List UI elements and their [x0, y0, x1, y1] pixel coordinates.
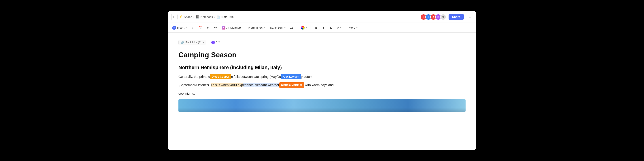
- space-icon: ⚡: [179, 15, 182, 18]
- highlight-color-button[interactable]: A ▾: [336, 25, 343, 30]
- body-paragraph-2: (September/October). This is when you'll…: [178, 82, 466, 88]
- body-text-part2: n falls between late spring (May/Ju: [231, 75, 281, 78]
- more-button[interactable]: More ▾: [347, 25, 359, 30]
- breadcrumb: ⚡ Space › 📓 Notebook › 📄 Note Title: [171, 14, 234, 20]
- image-strip: [178, 99, 466, 112]
- meta-bar: 🔗 Backlinks (1) ▾ ✓ 0/2: [178, 40, 466, 45]
- editor-window: ⚡ Space › 📓 Notebook › 📄 Note Title C D …: [168, 11, 476, 150]
- text-style-label: Normal text: [248, 26, 263, 29]
- cursor-diego: Diego Cooper: [210, 74, 231, 80]
- font-size-label: 16: [290, 26, 293, 29]
- checklist-pill[interactable]: ✓ 0/2: [209, 40, 222, 45]
- breadcrumb-sep-1: ›: [194, 16, 194, 18]
- more-options-button[interactable]: ⋯: [466, 14, 473, 20]
- content-area[interactable]: 🔗 Backlinks (1) ▾ ✓ 0/2 Camping Season N…: [168, 33, 476, 150]
- bold-button[interactable]: B: [312, 24, 319, 31]
- font-size-selector[interactable]: 16: [288, 25, 295, 30]
- insert-label: Insert: [177, 26, 184, 29]
- svg-rect-1: [174, 16, 176, 16]
- body-paragraph-1: Generally, the prime cDiego Coopern fall…: [178, 74, 466, 80]
- font-selector[interactable]: Sans Serif ▾: [268, 25, 287, 30]
- body-paragraph-3: cool nights.: [178, 91, 466, 96]
- body-highlight-yellow: This is when you'll exp: [211, 83, 243, 87]
- body-text-part3: y autumn: [301, 75, 314, 78]
- breadcrumb-sep-2: ›: [214, 16, 215, 18]
- color-picker-button[interactable]: ▾: [299, 24, 309, 31]
- body-highlight-blue: erience pleasant weather: [243, 83, 279, 87]
- text-style-chevron: ▾: [264, 26, 266, 29]
- backlinks-icon: 🔗: [181, 41, 184, 44]
- backlinks-label: Backlinks (1): [185, 41, 202, 44]
- more-chevron: ▾: [356, 26, 358, 29]
- checklist-label: 0/2: [216, 41, 220, 44]
- underline-button[interactable]: U: [328, 24, 334, 31]
- top-bar-right: C D A B +9 Share ⋯: [420, 14, 473, 20]
- cursor-claudia: Claudia Martinez: [279, 82, 304, 88]
- body-text-part1: Generally, the prime c: [178, 75, 210, 78]
- svg-rect-0: [173, 16, 174, 18]
- doc-title[interactable]: Camping Season: [178, 50, 466, 59]
- toolbar-divider-4: [345, 25, 345, 30]
- italic-button[interactable]: I: [320, 24, 327, 31]
- checkmark-button[interactable]: ✓: [190, 24, 196, 31]
- sidebar-toggle[interactable]: [171, 14, 178, 20]
- section1-heading: Northern Hemisphere (including Milan, It…: [178, 64, 466, 71]
- insert-button[interactable]: + Insert ▾: [170, 24, 188, 31]
- backlinks-pill[interactable]: 🔗 Backlinks (1) ▾: [178, 40, 206, 45]
- color-chevron: ▾: [306, 26, 307, 29]
- breadcrumb-notebook[interactable]: Notebook: [200, 15, 213, 18]
- highlight-chevron: ▾: [340, 26, 341, 29]
- svg-rect-3: [174, 18, 176, 18]
- color-circle-icon: [301, 26, 305, 30]
- avatar-extra[interactable]: +9: [440, 14, 446, 20]
- share-button[interactable]: Share: [448, 14, 464, 20]
- toolbar: + Insert ▾ ✓ 📅 ↩ ↪ ✦ AI Cleanup Normal t…: [168, 23, 476, 33]
- note-icon: 📄: [216, 15, 220, 18]
- backlinks-chevron: ▾: [203, 41, 204, 44]
- ai-cleanup-button[interactable]: ✦ AI Cleanup: [220, 25, 243, 31]
- breadcrumb-note[interactable]: Note Title: [222, 15, 234, 18]
- more-label: More: [348, 26, 355, 29]
- check-icon: ✓: [211, 41, 215, 44]
- notebook-icon: 📓: [196, 15, 199, 18]
- undo-button[interactable]: ↩: [204, 24, 211, 31]
- body-line2-prefix: (September/October).: [178, 83, 211, 87]
- insert-chevron: ▾: [186, 26, 187, 29]
- ai-label: AI Cleanup: [226, 26, 241, 29]
- toolbar-divider-2: [297, 25, 297, 30]
- breadcrumb-space[interactable]: Space: [184, 15, 192, 18]
- cursor-alex: Alex Lawson: [281, 74, 301, 80]
- calendar-button[interactable]: 📅: [197, 24, 204, 31]
- collaborator-avatars: C D A B +9: [420, 14, 446, 20]
- body-line2-end: with warm days and: [304, 83, 334, 87]
- text-style-selector[interactable]: Normal text ▾: [247, 25, 267, 30]
- font-chevron: ▾: [284, 26, 286, 29]
- ai-icon: ✦: [222, 26, 226, 30]
- font-label: Sans Serif: [270, 26, 283, 29]
- toolbar-divider-3: [310, 25, 311, 30]
- svg-rect-2: [174, 17, 176, 17]
- highlight-icon: A: [337, 26, 339, 29]
- redo-button[interactable]: ↪: [212, 24, 219, 31]
- body-line3: cool nights.: [178, 92, 195, 95]
- top-bar: ⚡ Space › 📓 Notebook › 📄 Note Title C D …: [168, 11, 476, 23]
- plus-icon: +: [172, 26, 176, 30]
